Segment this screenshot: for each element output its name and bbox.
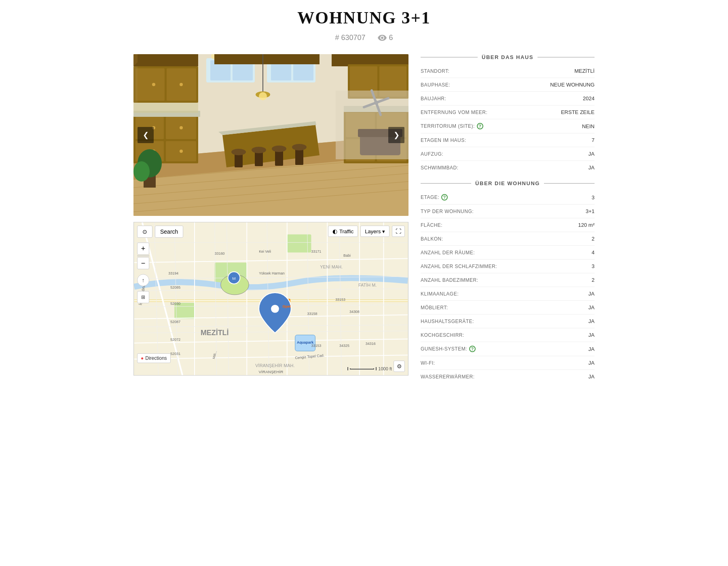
row-separator	[421, 300, 595, 301]
info-value: 2	[592, 277, 595, 283]
svg-text:52030: 52030	[170, 302, 180, 306]
map-settings-button[interactable]: ⚙	[394, 361, 405, 372]
svg-rect-20	[135, 68, 165, 101]
info-row: TYP DER WOHNUNG:3+1	[421, 207, 595, 216]
svg-text:M: M	[232, 276, 235, 281]
info-value: 3	[592, 263, 595, 269]
map-controls-top-right: ◐ Traffic Layers ▾ ⛶	[328, 226, 405, 237]
svg-text:VİRANŞEHİR MAH.: VİRANŞEHİR MAH.	[255, 363, 294, 368]
info-value: JA	[588, 374, 595, 380]
svg-text:33160: 33160	[215, 251, 225, 256]
next-image-button[interactable]: ❯	[388, 127, 404, 143]
svg-text:52087: 52087	[170, 320, 180, 324]
svg-text:YENİ MAH.: YENİ MAH.	[320, 264, 343, 269]
info-value: 2	[592, 236, 595, 242]
map-container: MEZİTLİ YENİ MAH. FATİH M. VİRANŞEHİR MA…	[133, 222, 408, 376]
row-separator	[421, 119, 595, 119]
row-separator	[421, 161, 595, 161]
traffic-button[interactable]: ◐ Traffic	[328, 226, 358, 237]
svg-text:Kei Veli: Kei Veli	[259, 249, 271, 253]
svg-text:34316: 34316	[366, 342, 376, 346]
row-separator	[421, 78, 595, 78]
traffic-toggle-icon: ◐	[332, 228, 337, 234]
info-value: NEIN	[582, 123, 595, 129]
about-house-header: ÜBER DAS HAUS	[421, 54, 595, 60]
about-house-title: ÜBER DAS HAUS	[482, 54, 533, 60]
info-label: WASSERERWÄRMER:	[421, 374, 475, 380]
info-label: ANZAHL DER SCHLAFZIMMER:	[421, 264, 497, 269]
info-row: MÖBLIERT:JA	[421, 303, 595, 312]
info-label: HAUSHALTSGERÄTE:	[421, 319, 474, 324]
info-value: JA	[588, 151, 595, 157]
info-label: TYP DER WOHNUNG:	[421, 209, 474, 214]
svg-point-23	[180, 83, 183, 86]
row-separator	[421, 356, 595, 356]
info-row: KOCHGESCHIRR:JA	[421, 330, 595, 340]
svg-rect-59	[133, 103, 198, 113]
info-value: NEUE WOHNUNG	[550, 82, 595, 88]
layers-small-button[interactable]: ⊞	[137, 291, 149, 303]
about-house-rows: STANDORT:MEZİTLİBAUPHASE:NEUE WOHNUNGBAU…	[421, 66, 595, 172]
info-label: WI-FI:	[421, 360, 435, 366]
fullscreen-button[interactable]: ⛶	[392, 226, 405, 237]
svg-marker-36	[133, 54, 198, 66]
row-separator	[421, 314, 595, 315]
layers-button[interactable]: Layers ▾	[360, 226, 389, 237]
directions-button[interactable]: ● Directions	[137, 353, 171, 363]
row-separator	[421, 328, 595, 328]
compass-button[interactable]: ↑	[137, 274, 149, 286]
info-row: HAUSHALTSGERÄTE:JA	[421, 317, 595, 326]
info-label: BAUPHASE:	[421, 82, 450, 88]
svg-point-46	[231, 149, 246, 155]
zoom-in-button[interactable]: +	[137, 243, 149, 255]
page-title: WOHNUNG 3+1	[133, 8, 595, 27]
info-label: ETAGEN IM HAUS:	[421, 137, 466, 143]
info-row: FLÄCHE:120 m²	[421, 220, 595, 230]
info-label: STANDORT:	[421, 68, 449, 74]
svg-text:33153: 33153	[335, 298, 345, 302]
property-image	[133, 54, 408, 216]
scale-right-tick	[376, 367, 377, 370]
svg-text:33194: 33194	[168, 271, 178, 275]
info-value: 3+1	[586, 208, 595, 214]
zoom-out-button[interactable]: −	[137, 257, 149, 269]
row-separator	[421, 91, 595, 92]
prev-image-button[interactable]: ❮	[138, 127, 154, 143]
svg-point-49	[292, 144, 307, 150]
svg-text:33158: 33158	[307, 312, 317, 316]
svg-text:Opet: Opet	[283, 304, 291, 308]
info-label: ANZAHL DER RÄUME:	[421, 250, 475, 256]
svg-point-22	[152, 83, 155, 86]
info-row: BAUPHASE:NEUE WOHNUNG	[421, 80, 595, 89]
locate-button[interactable]: ⊙	[137, 226, 152, 238]
svg-point-15	[180, 126, 183, 129]
info-label: GUNESH-SYSTEM:?	[421, 346, 476, 352]
image-slider: ❮ ❯	[133, 54, 408, 216]
svg-text:52031: 52031	[170, 352, 180, 356]
traffic-label: Traffic	[339, 228, 353, 234]
search-button[interactable]: Search	[155, 226, 183, 238]
help-icon[interactable]: ?	[469, 346, 476, 352]
svg-text:52085: 52085	[170, 285, 180, 289]
scale-label: 1000 ft	[378, 366, 392, 371]
info-label: AUFZUG:	[421, 151, 443, 157]
scale-left-tick	[347, 367, 348, 370]
info-label: KOCHGESCHIRR:	[421, 332, 464, 338]
help-icon[interactable]: ?	[477, 123, 483, 129]
directions-label: Directions	[145, 355, 167, 361]
info-value: 3	[592, 194, 595, 201]
row-separator	[421, 232, 595, 232]
row-separator	[421, 273, 595, 273]
settings-icon: ⚙	[397, 363, 402, 370]
header-line-right	[538, 57, 595, 57]
info-value: 120 m²	[578, 222, 595, 228]
help-icon[interactable]: ?	[441, 194, 448, 201]
info-label: ETAGE:?	[421, 194, 448, 201]
info-value: 4	[592, 249, 595, 256]
info-value: ERSTE ZEILE	[561, 109, 595, 115]
info-row: ENTFERNUNG VOM MEER:ERSTE ZEILE	[421, 108, 595, 117]
left-column: ❮ ❯	[133, 54, 408, 376]
about-house-section: ÜBER DAS HAUS STANDORT:MEZİTLİBAUPHASE:N…	[421, 54, 595, 172]
svg-text:Aquapark: Aquapark	[297, 340, 313, 344]
locate-icon: ⊙	[142, 228, 147, 235]
